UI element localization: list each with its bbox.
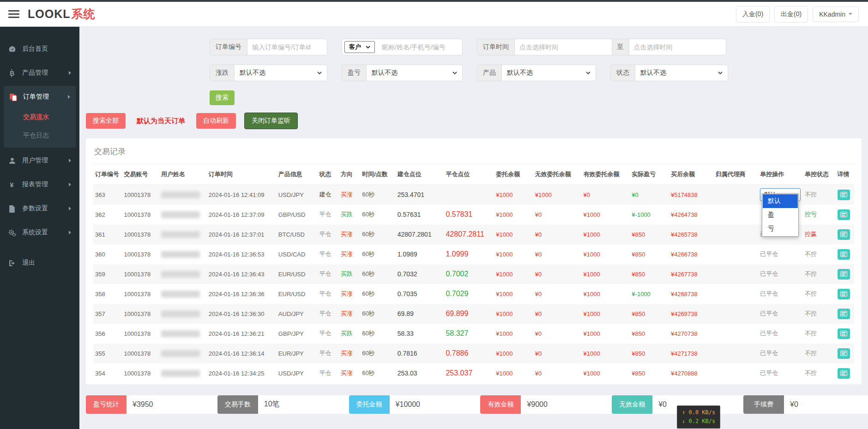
product-info: USD/JPY: [277, 185, 318, 205]
control-cell: 已平仓: [758, 344, 803, 363]
summary-group: 有效金额: [480, 395, 598, 414]
summary-group: 交易手数: [217, 395, 336, 414]
entrust-balance: ¥1000: [494, 225, 533, 244]
detail-icon: [840, 291, 847, 297]
summary-value[interactable]: [258, 395, 360, 414]
order-id: 358: [93, 284, 122, 304]
control-status: 不控: [803, 284, 836, 304]
time-from-input[interactable]: [515, 39, 612, 55]
sidebar-item-params[interactable]: 参数设置: [0, 197, 79, 220]
sidebar-item-system[interactable]: 系统设置: [0, 220, 79, 244]
agent: [714, 264, 759, 284]
detail-cell: [836, 324, 854, 344]
column-header: 实际盈亏: [630, 164, 669, 185]
position-status: 平仓: [318, 304, 339, 324]
open-point: 58.33: [396, 324, 444, 344]
updown-select[interactable]: 默认不选: [235, 65, 327, 81]
order-no-filter: 订单编号: [210, 39, 327, 55]
detail-button[interactable]: [838, 348, 850, 359]
order-id: 362: [93, 205, 122, 225]
sidebar-item-dashboard[interactable]: 后台首页: [0, 37, 79, 61]
entrust-balance: ¥1000: [494, 363, 533, 383]
direction: 买涨: [339, 225, 360, 244]
order-time: 2024-01-16 12:37:09: [207, 205, 277, 225]
detail-button[interactable]: [838, 269, 850, 280]
product-info: AUD/JPY: [277, 304, 318, 324]
trade-account: 10001378: [122, 185, 159, 205]
balance-after: ¥4268738: [669, 284, 714, 304]
time-to-input[interactable]: [629, 39, 726, 55]
sidebar-item-reports[interactable]: ¥ 报表管理: [0, 173, 79, 197]
order-id: 361: [93, 225, 122, 244]
sidebar-subitem-close-log[interactable]: 平仓日志: [4, 126, 76, 145]
search-button[interactable]: 搜索: [210, 90, 235, 105]
deposit-button[interactable]: 入金(0): [736, 6, 770, 23]
filter-row-1: 订单编号 客户 订单时间 至: [210, 39, 862, 55]
sidebar-item-logout[interactable]: 退出: [0, 251, 79, 275]
sidebar-item-orders[interactable]: 订单管理: [4, 86, 76, 108]
sidebar-item-users[interactable]: 用户管理: [0, 149, 79, 173]
summary-value[interactable]: [521, 395, 622, 414]
trade-account: 10001378: [122, 284, 159, 304]
actual-profit: ¥850: [630, 225, 669, 244]
detail-button[interactable]: [838, 209, 850, 220]
summary-value[interactable]: [784, 395, 868, 414]
summary-value[interactable]: [127, 395, 228, 414]
sidebar-item-label: 报表管理: [22, 180, 48, 189]
direction: 买涨: [339, 344, 360, 363]
open-point: 69.89: [396, 304, 444, 324]
column-header: 详情: [836, 164, 854, 185]
open-point: 253.03: [396, 363, 444, 383]
close-monitor-button[interactable]: 关闭订单监听: [244, 113, 298, 129]
user-name-blurred: [161, 350, 200, 357]
direction: 买涨: [339, 284, 360, 304]
order-time: 2024-01-16 12:36:14: [207, 344, 277, 363]
user-menu[interactable]: KKadmin: [813, 6, 859, 22]
column-header: 产品信息: [277, 164, 318, 185]
customer-input[interactable]: [377, 39, 462, 55]
actual-profit: ¥850: [630, 304, 669, 324]
menu-toggle-icon[interactable]: [8, 10, 19, 18]
profit-filter: 盈亏 默认不选: [342, 65, 463, 81]
order-time: 2024-01-16 12:36:53: [207, 244, 277, 264]
balance-after: ¥4269738: [669, 304, 714, 324]
control-status: 不控: [803, 344, 836, 363]
invalid-entrust-balance: ¥0: [533, 363, 582, 383]
auto-refresh-button[interactable]: 自动刷新: [196, 113, 236, 129]
status-select[interactable]: 默认不选: [635, 65, 728, 81]
dropdown-option[interactable]: 默认: [763, 194, 798, 208]
entrust-balance: ¥1000: [494, 304, 533, 324]
customer-type-select[interactable]: 客户: [344, 41, 375, 53]
detail-button[interactable]: [838, 309, 850, 319]
detail-button[interactable]: [838, 190, 850, 200]
product-select[interactable]: 默认不选: [502, 65, 596, 81]
detail-button[interactable]: [838, 368, 850, 379]
dropdown-option[interactable]: 盈: [763, 208, 798, 222]
profit-select[interactable]: 默认不选: [367, 65, 462, 81]
order-time: 2024-01-16 12:36:21: [207, 324, 277, 344]
order-time: 2024-01-16 12:36:30: [207, 304, 277, 324]
close-point: 69.899: [444, 304, 494, 324]
summary-value[interactable]: [390, 395, 491, 414]
sidebar-item-products[interactable]: B 产品管理: [0, 61, 79, 85]
sidebar-subitem-trade-flow[interactable]: 交易流水: [4, 108, 76, 126]
balance-after: ¥4271738: [669, 344, 714, 363]
trade-account: 10001378: [122, 205, 159, 225]
order-no-input[interactable]: [247, 39, 327, 55]
product-label: 产品: [477, 65, 502, 81]
detail-button[interactable]: [838, 289, 850, 299]
status-select-value: 默认不选: [640, 69, 666, 77]
chevron-down-icon: [317, 72, 322, 74]
detail-button[interactable]: [838, 229, 850, 240]
detail-button[interactable]: [838, 249, 850, 260]
search-all-button[interactable]: 搜索全部: [86, 113, 126, 129]
withdraw-button[interactable]: 出金(0): [774, 6, 808, 23]
chevron-down-icon: [366, 46, 370, 48]
detail-button[interactable]: [838, 328, 850, 339]
dropdown-option[interactable]: 亏: [763, 222, 798, 236]
valid-entrust-balance: ¥1000: [582, 304, 630, 324]
column-header: 方向: [339, 164, 360, 185]
agent: [714, 244, 759, 264]
svg-text:B: B: [10, 69, 14, 77]
product-select-value: 默认不选: [507, 69, 533, 77]
